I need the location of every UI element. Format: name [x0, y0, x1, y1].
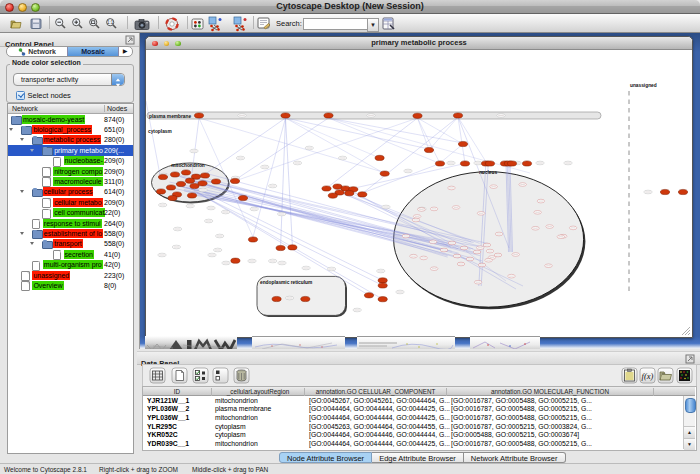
svg-text:f(x): f(x) [642, 371, 654, 381]
svg-text:unassigned: unassigned [630, 83, 657, 88]
svg-text:mitochondrion: mitochondrion [171, 163, 205, 168]
svg-text:plasma membrane: plasma membrane [149, 114, 191, 119]
svg-text:1:1: 1:1 [107, 20, 114, 25]
svg-text:endoplasmic reticulum: endoplasmic reticulum [260, 280, 312, 285]
